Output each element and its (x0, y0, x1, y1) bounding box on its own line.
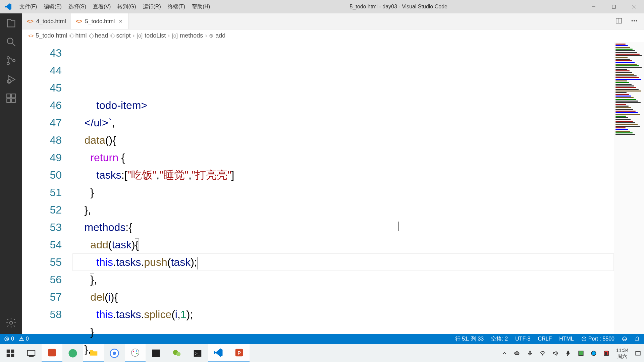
settings-gear-icon[interactable] (5, 317, 17, 328)
menu-item[interactable]: 运行(R) (140, 0, 164, 13)
source-control-icon[interactable] (5, 55, 17, 66)
split-editor-icon[interactable] (615, 17, 623, 26)
line-number: 58 (22, 306, 62, 323)
html-file-icon: <> (28, 33, 34, 39)
code-line[interactable]: components:{ todoItem }, (72, 358, 614, 362)
line-number: 57 (22, 288, 62, 306)
code-line[interactable]: }, (72, 201, 614, 219)
line-number: 53 (22, 219, 62, 236)
code-line[interactable]: }, (72, 271, 614, 288)
taskbar-app-camtasia[interactable] (42, 344, 62, 362)
svg-point-17 (632, 20, 633, 21)
warnings-value: 0 (26, 336, 29, 342)
line-number: 56 (22, 271, 62, 288)
close-icon[interactable]: × (117, 18, 123, 25)
tab-label: 4_todo.html (36, 18, 66, 25)
breadcrumb-item[interactable]: add (215, 32, 225, 39)
minimize-button[interactable] (584, 0, 604, 13)
maximize-button[interactable] (604, 0, 624, 13)
variable-symbol-icon: [o] (172, 33, 178, 39)
more-actions-icon[interactable] (631, 17, 638, 26)
code-line[interactable]: data(){ (72, 131, 614, 149)
breadcrumb-item[interactable]: todoList (145, 32, 166, 39)
close-button[interactable] (624, 0, 644, 13)
menu-item[interactable]: 选择(S) (65, 0, 90, 13)
run-debug-icon[interactable] (5, 74, 17, 85)
breadcrumb-item[interactable]: 5_todo.html (36, 32, 67, 39)
variable-symbol-icon: [o] (137, 33, 143, 39)
svg-rect-10 (7, 94, 10, 98)
breadcrumb-item[interactable]: head (95, 32, 108, 39)
chevron-right-icon: › (69, 32, 71, 39)
taskbar-clock[interactable]: 11:34 周六 (616, 347, 629, 359)
code-line[interactable]: }, (72, 341, 614, 358)
breadcrumb[interactable]: <>5_todo.html›⃟html›⃟head›⃟script›[o]tod… (22, 29, 644, 42)
svg-point-4 (7, 38, 13, 44)
code-line[interactable]: } (72, 323, 614, 341)
menu-bar: 文件(F)编辑(E)选择(S)查看(V)转到(G)运行(R)终端(T)帮助(H) (16, 0, 213, 13)
code-line[interactable]: this.tasks.push(task); (72, 253, 614, 271)
breadcrumb-item[interactable]: script (116, 32, 130, 39)
code-line[interactable]: } (72, 184, 614, 201)
svg-point-8 (13, 59, 15, 62)
feedback-icon[interactable] (622, 336, 627, 342)
svg-point-7 (7, 62, 9, 65)
extensions-icon[interactable] (5, 93, 17, 104)
tray-notifications-icon[interactable] (635, 350, 641, 357)
start-button[interactable] (0, 344, 21, 362)
breadcrumb-item[interactable]: html (75, 32, 87, 39)
menu-item[interactable]: 查看(V) (90, 0, 114, 13)
line-number: 54 (22, 236, 62, 253)
svg-rect-31 (28, 350, 35, 355)
svg-rect-11 (11, 94, 15, 98)
clock-time: 11:34 (616, 347, 629, 353)
line-number: 55 (22, 253, 62, 271)
tab-5_todo-html[interactable]: <>5_todo.html× (71, 13, 129, 29)
chevron-right-icon: › (205, 32, 207, 39)
code-line[interactable]: tasks:["吃饭","睡觉","打亮亮"] (72, 166, 614, 184)
line-number-gutter: 43444546474849505152535455565758 (22, 42, 72, 334)
code-line[interactable]: del(i){ (72, 288, 614, 306)
line-number: 50 (22, 166, 62, 184)
minimap[interactable] (614, 42, 644, 334)
svg-line-5 (12, 43, 15, 46)
explorer-icon[interactable] (5, 17, 17, 29)
menu-item[interactable]: 终端(T) (164, 0, 189, 13)
code-editor[interactable]: 43444546474849505152535455565758 todo-it… (22, 42, 644, 334)
svg-rect-30 (11, 354, 14, 357)
svg-rect-1 (612, 5, 615, 8)
code-line[interactable]: return { (72, 149, 614, 166)
line-number: 51 (22, 184, 62, 201)
search-icon[interactable] (5, 36, 17, 48)
menu-item[interactable]: 编辑(E) (40, 0, 65, 13)
svg-rect-54 (636, 351, 640, 355)
code-line[interactable]: methods:{ (72, 219, 614, 236)
vscode-logo-icon (0, 3, 16, 11)
notifications-icon[interactable] (635, 336, 640, 342)
chevron-right-icon: › (89, 32, 91, 39)
menu-item[interactable]: 帮助(H) (189, 0, 213, 13)
menu-item[interactable]: 转到(G) (114, 0, 139, 13)
warnings-count[interactable]: 0 (19, 336, 29, 342)
code-line[interactable]: todo-item> (72, 97, 614, 114)
chevron-right-icon: › (168, 32, 170, 39)
clock-date: 周六 (616, 353, 629, 359)
line-number: 47 (22, 114, 62, 131)
tab-4_todo-html[interactable]: <>4_todo.html (22, 13, 71, 29)
svg-point-26 (623, 337, 627, 341)
svg-rect-27 (7, 349, 10, 353)
breadcrumb-item[interactable]: methods (180, 32, 203, 39)
code-line[interactable]: </ul>`, (72, 114, 614, 131)
svg-rect-33 (48, 349, 56, 357)
task-view-icon[interactable] (21, 344, 42, 362)
line-number: 48 (22, 131, 62, 149)
svg-rect-32 (29, 356, 34, 357)
menu-item[interactable]: 文件(F) (16, 0, 40, 13)
code-area[interactable]: todo-item> </ul>`, data(){ return { task… (72, 42, 614, 334)
code-line[interactable]: this.tasks.splice(i,1); (72, 306, 614, 323)
svg-point-14 (10, 321, 13, 324)
errors-count[interactable]: 0 (4, 336, 14, 342)
code-line[interactable]: add(task){ (72, 236, 614, 253)
svg-point-18 (634, 20, 635, 21)
line-number: 49 (22, 149, 62, 166)
